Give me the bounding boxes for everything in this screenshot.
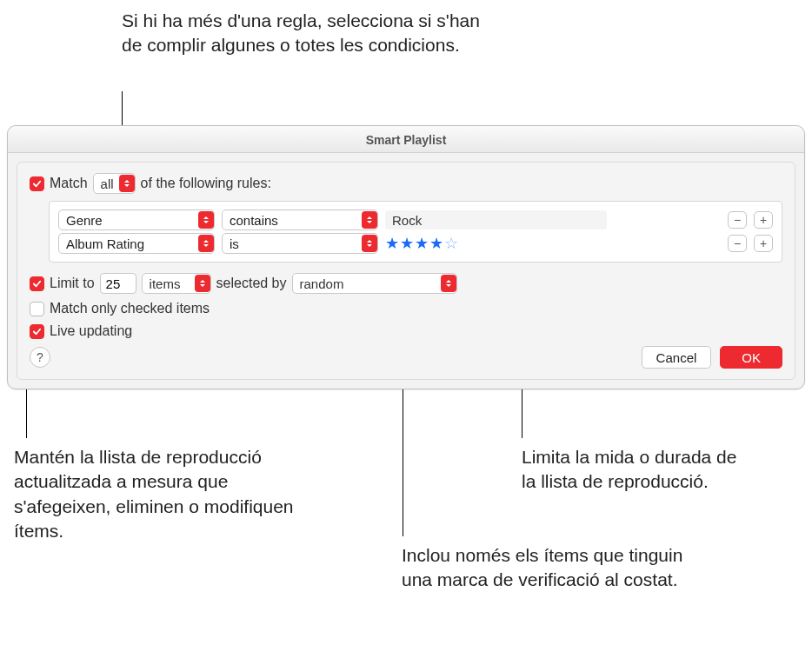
- chevron-updown-icon: [195, 275, 210, 292]
- annotation-bottom-right: Limita la mida o durada de la llista de …: [522, 445, 748, 495]
- limit-count-input[interactable]: [100, 273, 136, 294]
- annotation-top: Si hi ha més d'una regla, selecciona si …: [122, 9, 496, 58]
- rule-row: Album Rating is ★★★★☆ − +: [58, 233, 773, 254]
- annotation-bottom-left: Mantén la llista de reproducció actualit…: [14, 445, 309, 543]
- match-only-checked-checkbox[interactable]: [30, 302, 44, 316]
- dialog-title: Smart Playlist: [8, 126, 804, 153]
- match-label-before: Match: [50, 176, 88, 191]
- match-only-checked-label: Match only checked items: [50, 301, 210, 316]
- live-updating-checkbox[interactable]: [30, 324, 44, 339]
- rule-op-select[interactable]: contains: [222, 209, 378, 230]
- chevron-updown-icon: [198, 235, 214, 252]
- remove-rule-button[interactable]: −: [728, 235, 747, 252]
- chevron-updown-icon: [441, 275, 456, 292]
- rule-value-input[interactable]: [385, 210, 607, 229]
- rule-row: Genre contains − +: [58, 209, 773, 230]
- cancel-button[interactable]: Cancel: [642, 346, 712, 369]
- chevron-updown-icon: [119, 175, 135, 192]
- rule-field-select[interactable]: Genre: [58, 209, 215, 230]
- match-checkbox[interactable]: [30, 176, 44, 191]
- rating-stars[interactable]: ★★★★☆: [385, 234, 458, 253]
- chevron-updown-icon: [362, 211, 377, 229]
- smart-playlist-dialog: Smart Playlist Match all of the followin…: [7, 125, 805, 389]
- chevron-updown-icon: [198, 211, 214, 229]
- limit-label: Limit to: [50, 276, 95, 291]
- help-button[interactable]: ?: [30, 347, 50, 368]
- add-rule-button[interactable]: +: [754, 211, 773, 229]
- match-label-after: of the following rules:: [141, 176, 271, 191]
- rules-container: Genre contains − + Album Rating: [49, 201, 782, 263]
- match-mode-select[interactable]: all: [93, 173, 136, 194]
- live-updating-label: Live updating: [50, 323, 132, 339]
- dialog-footer: ? Cancel OK: [30, 346, 782, 369]
- rule-op-select[interactable]: is: [222, 233, 378, 254]
- add-rule-button[interactable]: +: [754, 235, 773, 252]
- chevron-updown-icon: [362, 235, 377, 252]
- rule-field-select[interactable]: Album Rating: [58, 233, 215, 254]
- limit-unit-select[interactable]: items: [142, 273, 211, 294]
- limit-checkbox[interactable]: [30, 276, 44, 291]
- selected-by-label: selected by: [216, 276, 287, 291]
- selected-by-select[interactable]: random: [292, 273, 457, 294]
- match-row: Match all of the following rules:: [30, 173, 782, 194]
- remove-rule-button[interactable]: −: [728, 211, 747, 229]
- live-updating-row: Live updating: [30, 323, 782, 339]
- ok-button[interactable]: OK: [720, 346, 782, 369]
- limit-row: Limit to items selected by random: [30, 273, 782, 294]
- annotation-bottom-mid: Inclou només els ítems que tinguin una m…: [402, 543, 689, 593]
- match-only-checked-row: Match only checked items: [30, 301, 782, 316]
